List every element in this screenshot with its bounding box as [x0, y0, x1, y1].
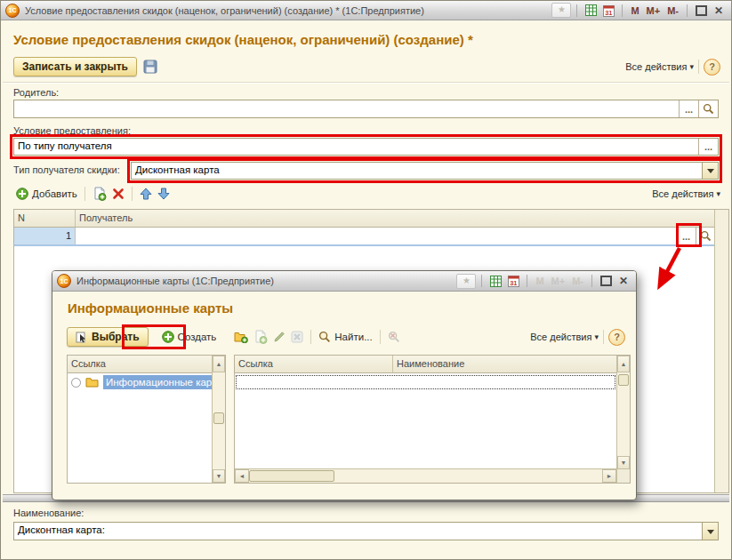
favorites-star-icon[interactable]: ★	[456, 274, 476, 289]
popup-help-button[interactable]: ?	[608, 329, 625, 346]
find-label: Найти...	[334, 332, 372, 342]
name-dropdown-button[interactable]	[702, 523, 718, 540]
create-icon	[162, 331, 174, 343]
find-button[interactable]: Найти...	[316, 329, 374, 345]
create-group-button[interactable]	[231, 329, 251, 345]
main-commandbar: Записать и закрыть Все действия ▾ ?	[13, 55, 720, 78]
create-label: Создать	[178, 332, 217, 342]
scroll-thumb[interactable]	[618, 374, 629, 386]
parent-value[interactable]	[14, 100, 679, 117]
calendar-day-label: 31	[510, 279, 517, 287]
condition-select-button[interactable]: ...	[698, 139, 718, 155]
tree-item-info-cards[interactable]: Информационные карты	[68, 373, 225, 391]
save-and-close-button[interactable]: Записать и закрыть	[13, 57, 137, 76]
delete-row-button[interactable]	[109, 186, 127, 202]
create-button[interactable]: Создать	[159, 329, 220, 345]
copy-row-button[interactable]	[90, 185, 109, 203]
move-down-button[interactable]	[155, 186, 173, 202]
favorites-star-icon[interactable]: ★	[551, 3, 571, 18]
1c-logo-icon: 1C	[5, 4, 20, 18]
scroll-thumb[interactable]	[249, 470, 334, 482]
recipient-type-combobox[interactable]: Дисконтная карта	[131, 162, 719, 180]
chevron-down-icon: ▾	[716, 189, 720, 198]
list-toolbar: Добавить Все действия ▾	[13, 184, 720, 204]
tree-item-label[interactable]: Информационные карты	[103, 375, 212, 389]
list-vertical-scrollbar[interactable]: ▲ ▼	[616, 356, 630, 469]
copy-item-button	[251, 328, 270, 346]
titlebar-separator	[527, 275, 527, 287]
main-titlebar-icons: ★ 31 M M+ M- ✕	[551, 3, 727, 18]
maximize-button[interactable]	[693, 4, 709, 18]
scroll-up-button[interactable]: ▲	[213, 356, 225, 372]
toolbar-separator	[310, 330, 311, 344]
popup-titlebar: 1C Информационные карты (1С:Предприятие)…	[52, 271, 636, 292]
condition-value[interactable]: По типу получателя	[14, 139, 698, 155]
popup-all-actions-button[interactable]: Все действия ▾	[530, 332, 599, 342]
name-value[interactable]: Дисконтная карта:	[14, 523, 702, 540]
memory-m-button[interactable]: M	[628, 5, 641, 16]
memory-m-plus-button[interactable]: M+	[644, 5, 664, 16]
parent-search-button[interactable]	[698, 100, 718, 117]
groups-tree-panel: Ссылка Информационные карты ▲ ▼	[67, 355, 226, 484]
divider	[3, 82, 729, 83]
calendar-icon[interactable]: 31	[600, 4, 616, 18]
column-header-n[interactable]: N	[14, 210, 76, 227]
tree-expand-icon[interactable]	[71, 378, 81, 388]
column-header-recipient[interactable]: Получатель	[76, 210, 715, 227]
list-column-name[interactable]: Наименование	[393, 356, 630, 372]
scroll-down-button[interactable]: ▼	[213, 469, 225, 483]
recipient-type-value[interactable]: Дисконтная карта	[132, 163, 702, 179]
recipient-type-dropdown-button[interactable]	[702, 163, 718, 179]
name-label: Наименование:	[13, 508, 84, 518]
list-column-ref[interactable]: Ссылка	[235, 356, 393, 372]
recipient-select-button[interactable]: ...	[676, 228, 696, 244]
list-all-actions-button[interactable]: Все действия ▾	[652, 188, 720, 199]
memory-m-plus-button: M+	[549, 276, 568, 286]
name-combobox[interactable]: Дисконтная карта:	[13, 522, 719, 540]
recipient-search-button[interactable]	[696, 228, 715, 244]
search-icon	[318, 331, 331, 343]
scroll-up-button[interactable]: ▲	[617, 356, 630, 372]
list-horizontal-scrollbar[interactable]: ◄ ►	[235, 468, 616, 483]
popup-maximize-button[interactable]	[598, 274, 614, 288]
memory-m-minus-button[interactable]: M-	[664, 5, 681, 16]
list-empty-selection-row[interactable]	[236, 375, 615, 389]
popup-close-button[interactable]: ✕	[615, 274, 631, 288]
parent-select-button[interactable]: ...	[679, 100, 698, 117]
dropdown-arrow-icon	[707, 169, 714, 177]
close-button[interactable]: ✕	[711, 4, 727, 18]
dropdown-arrow-icon	[707, 530, 714, 538]
condition-input[interactable]: По типу получателя ...	[13, 138, 719, 156]
calculator-icon[interactable]	[583, 4, 599, 18]
table-scrollbar[interactable]	[714, 210, 728, 492]
add-row-button[interactable]: Добавить	[13, 186, 80, 202]
help-button[interactable]: ?	[704, 59, 720, 76]
calculator-icon[interactable]	[487, 274, 503, 288]
recipient-type-label: Тип получателя скидки:	[13, 164, 120, 175]
recipient-value[interactable]	[76, 228, 676, 244]
page-title: Условие предоставления скидок (наценок, …	[13, 32, 473, 47]
tree-vertical-scrollbar[interactable]: ▲ ▼	[212, 356, 225, 483]
calendar-icon[interactable]: 31	[505, 274, 521, 288]
recipient-cell-editor[interactable]: ...	[76, 228, 715, 244]
memory-m-button: M	[533, 276, 546, 286]
scroll-right-button[interactable]: ►	[602, 469, 616, 483]
table-row[interactable]: 1 ...	[14, 228, 715, 246]
parent-input[interactable]: ...	[13, 100, 719, 118]
select-label: Выбрать	[92, 331, 140, 343]
condition-label: Условие предоставления:	[13, 125, 131, 136]
main-window: 1C Условие предоставления скидок (нацено…	[0, 0, 732, 560]
popup-title-heading: Информационные карты	[68, 300, 233, 316]
move-up-button[interactable]	[137, 186, 155, 202]
tree-column-header[interactable]: Ссылка	[68, 356, 225, 372]
scroll-down-button[interactable]: ▼	[617, 456, 630, 469]
select-button[interactable]: Выбрать	[67, 327, 149, 347]
all-actions-button[interactable]: Все действия ▾	[625, 61, 694, 72]
titlebar-separator	[481, 275, 482, 287]
save-icon[interactable]	[143, 60, 157, 74]
scroll-left-button[interactable]: ◄	[235, 469, 249, 483]
scroll-track[interactable]	[334, 469, 602, 483]
scroll-thumb[interactable]	[213, 412, 224, 424]
parent-label: Родитель:	[13, 87, 59, 98]
1c-logo-icon: 1C	[57, 274, 71, 288]
